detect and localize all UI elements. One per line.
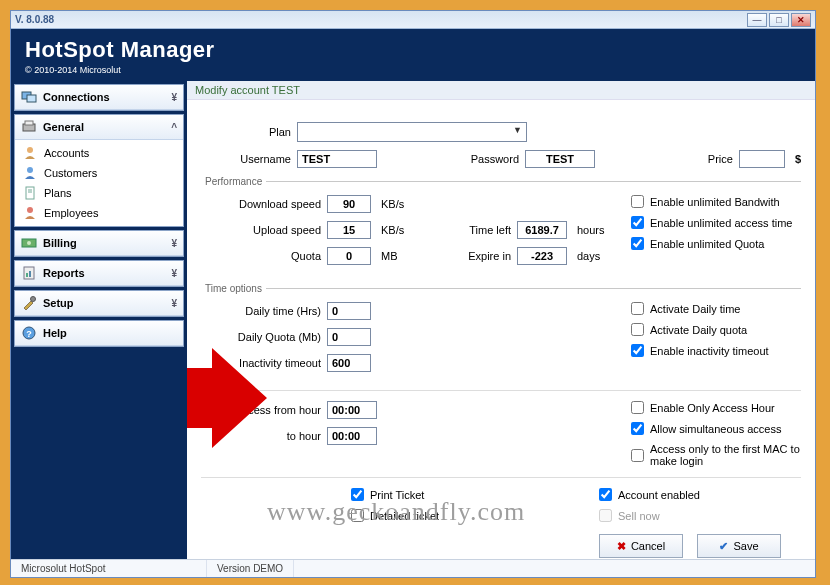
maximize-button[interactable]: □ <box>769 13 789 27</box>
access-from-input[interactable] <box>327 401 377 419</box>
chevron-down-icon: ¥ <box>171 238 177 249</box>
dailyquota-input[interactable] <box>327 328 371 346</box>
plan-select[interactable] <box>297 122 527 142</box>
panel-head-general[interactable]: General ^ <box>15 115 183 140</box>
panel-connections: Connections ¥ <box>14 84 184 111</box>
upload-label: Upload speed <box>201 224 321 236</box>
panel-reports: Reports ¥ <box>14 260 184 287</box>
panel-label: Reports <box>43 267 85 279</box>
sidebar-item-accounts[interactable]: Accounts <box>17 143 181 163</box>
inactivity-label: Inactivity timeout <box>201 357 321 369</box>
minimize-button[interactable]: — <box>747 13 767 27</box>
close-button[interactable]: ✕ <box>791 13 811 27</box>
panel-setup: Setup ¥ <box>14 290 184 317</box>
save-button[interactable]: ✔ Save <box>697 534 781 558</box>
panel-label: Connections <box>43 91 110 103</box>
svg-rect-1 <box>27 95 36 102</box>
panel-label: General <box>43 121 84 133</box>
app-window: V. 8.0.88 — □ ✕ HotSpot Manager © 2010-2… <box>10 10 816 578</box>
performance-fieldset: Performance Download speed KB/s Upload s… <box>201 176 801 273</box>
password-input[interactable] <box>525 150 595 168</box>
titlebar: V. 8.0.88 — □ ✕ <box>11 11 815 29</box>
chevron-down-icon: ¥ <box>171 92 177 103</box>
printer-icon <box>21 119 37 135</box>
item-label: Employees <box>44 207 98 219</box>
access-from-label: Access from hour <box>201 404 321 416</box>
window-title: V. 8.0.88 <box>15 14 747 25</box>
price-unit: $ <box>795 153 801 165</box>
sidebar-item-customers[interactable]: Customers <box>17 163 181 183</box>
timeleft-input[interactable] <box>517 221 567 239</box>
download-label: Download speed <box>201 198 321 210</box>
svg-point-4 <box>27 147 33 153</box>
quota-label: Quota <box>201 250 321 262</box>
username-label: Username <box>201 153 291 165</box>
chevron-down-icon: ¥ <box>171 298 177 309</box>
price-label: Price <box>708 153 733 165</box>
help-icon: ? <box>21 325 37 341</box>
panel-general: General ^ Accounts Customers Plans <box>14 114 184 227</box>
panel-help: ? Help <box>14 320 184 347</box>
report-icon <box>21 265 37 281</box>
activate-dailytime-checkbox[interactable]: Activate Daily time <box>631 302 801 315</box>
sell-now-checkbox[interactable]: Sell now <box>599 509 801 522</box>
panel-billing: Billing ¥ <box>14 230 184 257</box>
cross-icon: ✖ <box>617 540 626 553</box>
copyright: © 2010-2014 Microsolut <box>25 65 801 75</box>
svg-point-11 <box>27 241 31 245</box>
activate-dailyquota-checkbox[interactable]: Activate Daily quota <box>631 323 801 336</box>
panel-head-billing[interactable]: Billing ¥ <box>15 231 183 256</box>
print-ticket-checkbox[interactable]: Print Ticket <box>351 488 457 501</box>
money-icon <box>21 235 37 251</box>
price-input[interactable] <box>739 150 785 168</box>
chevron-down-icon: ¥ <box>171 268 177 279</box>
enable-inactivity-checkbox[interactable]: Enable inactivity timeout <box>631 344 801 357</box>
status-left: Microsolut HotSpot <box>11 560 207 577</box>
chevron-up-icon: ^ <box>171 122 177 133</box>
enable-accesstime-checkbox[interactable]: Enable unlimited access time <box>631 216 801 229</box>
panel-head-connections[interactable]: Connections ¥ <box>15 85 183 110</box>
dailyquota-label: Daily Quota (Mb) <box>201 331 321 343</box>
detailed-ticket-checkbox[interactable]: Detailed ticket <box>351 509 457 522</box>
allow-simultaneous-checkbox[interactable]: Allow simultaneous access <box>631 422 801 435</box>
app-title: HotSpot Manager <box>25 37 801 63</box>
timeleft-unit: hours <box>577 224 605 236</box>
download-input[interactable] <box>327 195 371 213</box>
panel-head-help[interactable]: ? Help <box>15 321 183 346</box>
download-unit: KB/s <box>381 198 404 210</box>
dailytime-input[interactable] <box>327 302 371 320</box>
person-red-icon <box>23 206 37 220</box>
person-icon <box>23 146 37 160</box>
person-blue-icon <box>23 166 37 180</box>
enable-bandwidth-checkbox[interactable]: Enable unlimited Bandwith <box>631 195 801 208</box>
username-input[interactable] <box>297 150 377 168</box>
main-content: Modify account TEST Plan Username Passwo… <box>187 81 815 559</box>
enable-access-hour-checkbox[interactable]: Enable Only Access Hour <box>631 401 801 414</box>
svg-point-9 <box>27 207 33 213</box>
svg-text:?: ? <box>26 329 32 339</box>
sidebar-item-plans[interactable]: Plans <box>17 183 181 203</box>
panel-head-setup[interactable]: Setup ¥ <box>15 291 183 316</box>
monitors-icon <box>21 89 37 105</box>
quota-input[interactable] <box>327 247 371 265</box>
account-enabled-checkbox[interactable]: Account enabled <box>599 488 801 501</box>
expire-input[interactable] <box>517 247 567 265</box>
first-mac-checkbox[interactable]: Access only to the first MAC to make log… <box>631 443 801 467</box>
cancel-button[interactable]: ✖ Cancel <box>599 534 683 558</box>
quota-unit: MB <box>381 250 398 262</box>
performance-legend: Performance <box>201 176 266 187</box>
sidebar: Connections ¥ General ^ Accounts <box>11 81 187 559</box>
status-right: Version DEMO <box>207 560 294 577</box>
access-to-input[interactable] <box>327 427 377 445</box>
enable-quota-checkbox[interactable]: Enable unlimited Quota <box>631 237 801 250</box>
svg-rect-14 <box>29 271 31 277</box>
inactivity-input[interactable] <box>327 354 371 372</box>
svg-rect-3 <box>25 121 33 125</box>
svg-point-5 <box>27 167 33 173</box>
document-icon <box>23 186 37 200</box>
time-legend: Time options <box>201 283 266 294</box>
plan-label: Plan <box>201 126 291 138</box>
panel-head-reports[interactable]: Reports ¥ <box>15 261 183 286</box>
sidebar-item-employees[interactable]: Employees <box>17 203 181 223</box>
upload-input[interactable] <box>327 221 371 239</box>
